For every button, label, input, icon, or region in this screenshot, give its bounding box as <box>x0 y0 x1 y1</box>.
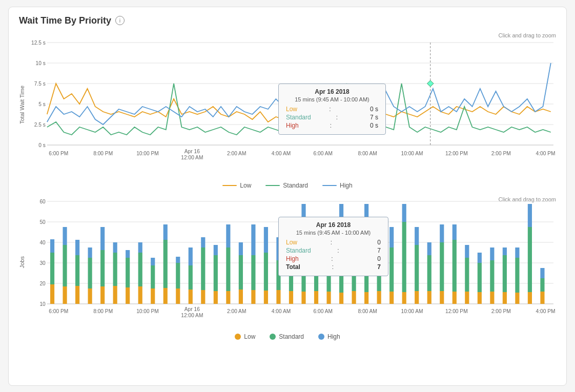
page-title: Wait Time By Priority <box>19 15 111 26</box>
svg-rect-91 <box>251 224 255 255</box>
legend-low-bar: Low <box>235 333 255 340</box>
svg-rect-100 <box>289 227 293 247</box>
svg-rect-90 <box>251 255 255 290</box>
svg-rect-97 <box>276 237 280 260</box>
svg-rect-53 <box>100 286 105 304</box>
bar-chart-container[interactable]: 60 50 40 30 20 10 <box>27 196 556 329</box>
svg-rect-96 <box>276 260 280 290</box>
legend-line-high <box>322 185 337 186</box>
svg-rect-81 <box>214 255 218 291</box>
svg-text:7.5 s: 7.5 s <box>34 81 46 87</box>
svg-rect-85 <box>226 224 230 247</box>
svg-text:5 s: 5 s <box>38 101 46 107</box>
legend-dot-low <box>235 334 241 340</box>
svg-text:8:00 PM: 8:00 PM <box>93 308 113 314</box>
svg-rect-139 <box>453 224 457 240</box>
svg-rect-43 <box>50 239 54 253</box>
svg-rect-83 <box>226 291 230 304</box>
svg-rect-67 <box>151 258 155 265</box>
svg-rect-99 <box>289 247 293 291</box>
svg-rect-115 <box>352 247 356 263</box>
svg-rect-74 <box>189 290 193 304</box>
svg-rect-59 <box>126 287 130 304</box>
svg-rect-130 <box>415 227 419 245</box>
legend-label-low-line: Low <box>240 182 251 189</box>
svg-rect-56 <box>113 286 117 304</box>
legend-low-line: Low <box>222 182 251 189</box>
svg-rect-84 <box>226 247 230 291</box>
svg-text:10: 10 <box>39 301 46 307</box>
svg-rect-73 <box>176 257 180 263</box>
bar-chart-section: Click and drag to zoom Jobs 60 50 40 30 <box>19 196 556 329</box>
svg-rect-50 <box>88 288 92 304</box>
svg-rect-127 <box>402 204 406 222</box>
svg-text:2:00 PM: 2:00 PM <box>491 151 511 156</box>
legend-dot-standard <box>270 334 276 340</box>
legend-label-high-line: High <box>340 182 353 189</box>
svg-rect-126 <box>402 222 406 292</box>
line-chart-svg: 12.5 s 10 s 7.5 s 5 s 2.5 s 0 s <box>27 32 556 176</box>
svg-text:8:00 PM: 8:00 PM <box>93 151 113 156</box>
line-chart-section: Click and drag to zoom Total Wait Time 1… <box>19 32 556 178</box>
svg-rect-111 <box>339 227 343 293</box>
svg-rect-117 <box>364 232 368 292</box>
info-icon[interactable]: i <box>115 16 125 25</box>
svg-text:2:00 PM: 2:00 PM <box>491 308 511 314</box>
svg-rect-64 <box>138 242 142 253</box>
svg-rect-48 <box>75 255 79 286</box>
svg-rect-65 <box>151 288 155 304</box>
svg-text:10 s: 10 s <box>35 60 45 66</box>
y-axis-label-bar: Jobs <box>19 256 25 268</box>
svg-text:4:00 PM: 4:00 PM <box>536 308 556 314</box>
svg-rect-68 <box>163 288 168 304</box>
svg-rect-77 <box>201 290 205 304</box>
svg-rect-61 <box>126 250 130 258</box>
svg-rect-136 <box>440 224 444 242</box>
svg-rect-89 <box>251 290 255 304</box>
svg-rect-108 <box>326 258 331 292</box>
svg-rect-122 <box>389 292 394 304</box>
svg-rect-148 <box>490 247 494 260</box>
svg-rect-105 <box>314 258 318 291</box>
svg-rect-155 <box>528 292 532 304</box>
line-chart-container[interactable]: 12.5 s 10 s 7.5 s 5 s 2.5 s 0 s <box>27 32 556 178</box>
legend-label-standard-bar: Standard <box>279 333 304 340</box>
svg-rect-102 <box>301 230 305 292</box>
svg-rect-153 <box>515 258 519 293</box>
legend-label-standard-line: Standard <box>283 182 308 189</box>
svg-rect-129 <box>415 245 419 291</box>
svg-rect-134 <box>440 291 444 304</box>
svg-rect-93 <box>264 253 268 291</box>
legend-dot-high <box>318 334 324 340</box>
svg-rect-78 <box>201 247 205 290</box>
svg-rect-120 <box>377 253 381 291</box>
svg-rect-142 <box>465 245 469 258</box>
svg-text:40: 40 <box>39 240 46 245</box>
svg-rect-123 <box>389 247 394 292</box>
svg-rect-118 <box>364 204 368 232</box>
svg-marker-14 <box>427 80 434 87</box>
svg-rect-42 <box>50 253 54 284</box>
svg-rect-72 <box>176 263 180 288</box>
svg-rect-152 <box>515 293 519 304</box>
svg-text:Apr 16: Apr 16 <box>184 306 200 312</box>
svg-text:30: 30 <box>39 260 46 266</box>
svg-text:10:00 PM: 10:00 PM <box>136 151 159 156</box>
svg-rect-132 <box>427 255 432 291</box>
svg-rect-143 <box>478 292 482 304</box>
svg-rect-76 <box>189 247 193 265</box>
svg-text:12:00 AM: 12:00 AM <box>181 155 203 160</box>
svg-rect-69 <box>163 240 168 288</box>
svg-text:12:00 PM: 12:00 PM <box>445 151 468 156</box>
svg-rect-147 <box>490 260 494 292</box>
svg-text:Apr 16: Apr 16 <box>184 149 200 154</box>
bar-chart-area: Jobs 60 50 40 30 20 10 <box>19 196 556 329</box>
svg-text:6:00 PM: 6:00 PM <box>49 151 68 156</box>
svg-rect-131 <box>427 291 432 304</box>
svg-rect-137 <box>453 292 457 304</box>
svg-rect-112 <box>339 204 343 227</box>
title-row: Wait Time By Priority i <box>19 15 556 26</box>
bar-chart-legend: Low Standard High <box>19 333 556 340</box>
legend-high-bar: High <box>318 333 340 340</box>
svg-rect-71 <box>176 288 180 304</box>
